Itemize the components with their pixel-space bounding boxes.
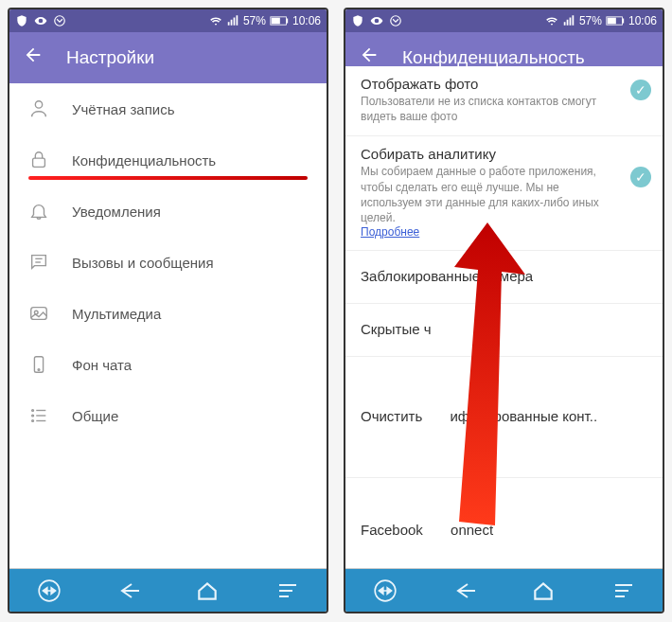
svg-point-0 — [55, 16, 65, 27]
menu-item-calls[interactable]: Вызовы и сообщения — [9, 237, 327, 288]
signal-icon — [562, 14, 575, 27]
page-title: Настройки — [66, 47, 154, 68]
shield-icon — [351, 14, 364, 27]
privacy-item-photo[interactable]: Отображать фото Пользователи не из списк… — [345, 66, 663, 136]
svg-point-25 — [391, 16, 401, 27]
wifi-icon — [209, 14, 222, 27]
nav-bar — [9, 568, 327, 612]
svg-marker-31 — [379, 587, 382, 594]
lock-icon — [28, 150, 49, 170]
menu-label: Фон чата — [72, 357, 132, 373]
red-underline-annotation — [28, 176, 308, 180]
nav-back-icon[interactable] — [114, 576, 144, 606]
nav-back-icon[interactable] — [450, 576, 480, 606]
shield-icon — [15, 14, 28, 27]
menu-label: Учётная запись — [72, 101, 175, 117]
privacy-item-analytics[interactable]: Собирать аналитику Мы собираем данные о … — [345, 136, 663, 251]
eye-icon — [370, 14, 383, 27]
nav-home-icon[interactable] — [528, 576, 558, 606]
phone-right: 57% 10:06 Конфиденциальность Отображать … — [344, 8, 664, 613]
nav-bar — [345, 568, 663, 612]
app-bar: Настройки — [9, 32, 327, 83]
privacy-item-hidden[interactable]: Скрытые ч — [345, 304, 663, 357]
privacy-item-facebook[interactable]: Facebook onnect Нажмите я подключения к … — [345, 478, 663, 568]
circle-icon — [53, 14, 66, 27]
signal-icon — [226, 14, 239, 27]
item-title: Facebook onnect — [361, 522, 615, 538]
menu-item-background[interactable]: Фон чата — [9, 339, 327, 390]
settings-list: Учётная запись Конфиденциальность Уведом… — [9, 83, 327, 568]
wifi-icon — [545, 14, 558, 27]
phone-left: 57% 10:06 Настройки Учётная запись Конфи… — [8, 8, 328, 613]
checkmark-toggle-icon[interactable]: ✓ — [630, 167, 651, 187]
checkmark-toggle-icon[interactable]: ✓ — [630, 80, 651, 100]
phone-frame-icon — [28, 354, 49, 375]
menu-item-general[interactable]: Общие — [9, 390, 327, 441]
clock-time: 10:06 — [628, 14, 657, 27]
svg-point-14 — [32, 415, 34, 417]
media-icon — [28, 303, 49, 324]
bell-icon — [28, 201, 49, 222]
svg-marker-20 — [51, 587, 55, 594]
back-arrow-icon[interactable] — [23, 44, 44, 71]
item-title: Собирать аналитику — [361, 146, 615, 162]
nav-home-icon[interactable] — [192, 576, 222, 606]
menu-label: Уведомления — [72, 204, 161, 220]
menu-item-privacy[interactable]: Конфиденциальность — [9, 134, 327, 186]
menu-item-notifications[interactable]: Уведомления — [9, 186, 327, 237]
svg-rect-5 — [33, 158, 45, 167]
eye-icon — [34, 14, 47, 27]
item-sub: Пользователи не из списка контактов смог… — [361, 94, 615, 124]
svg-point-16 — [32, 420, 34, 422]
privacy-item-blocked[interactable]: Заблокированные номера — [345, 251, 663, 304]
svg-rect-28 — [608, 18, 616, 25]
privacy-item-clear[interactable]: Очистить ифицированные конт.. — [345, 357, 663, 478]
menu-label: Мультимедиа — [72, 306, 161, 322]
svg-point-11 — [38, 369, 40, 371]
menu-label: Конфиденциальность — [72, 152, 216, 169]
item-title: Скрытые ч — [361, 321, 615, 337]
nav-recent-icon[interactable] — [272, 576, 302, 606]
battery-icon — [606, 15, 625, 27]
chat-icon — [28, 252, 49, 273]
teamviewer-icon[interactable] — [370, 576, 400, 606]
person-icon — [28, 98, 49, 119]
svg-rect-3 — [272, 18, 280, 25]
svg-rect-2 — [286, 19, 288, 24]
circle-icon — [389, 14, 402, 27]
battery-icon — [270, 15, 289, 27]
clock-time: 10:06 — [292, 14, 321, 27]
nav-recent-icon[interactable] — [608, 576, 638, 606]
svg-point-12 — [32, 410, 34, 412]
svg-rect-27 — [622, 19, 624, 24]
battery-percent: 57% — [243, 14, 266, 27]
item-title: Заблокированные номера — [361, 268, 615, 284]
list-icon — [28, 405, 49, 426]
page-title: Конфиденциальность — [402, 47, 585, 68]
menu-label: Общие — [72, 408, 118, 424]
item-sub: Мы собираем данные о работе приложения, … — [361, 164, 615, 225]
battery-percent: 57% — [579, 14, 602, 27]
menu-item-account[interactable]: Учётная запись — [9, 83, 327, 134]
item-title: Очистить ифицированные конт.. — [361, 408, 615, 424]
more-link[interactable]: Подробнее — [361, 225, 615, 239]
privacy-list: Отображать фото Пользователи не из списк… — [345, 66, 663, 568]
status-bar: 57% 10:06 — [345, 9, 663, 32]
menu-item-media[interactable]: Мультимедиа — [9, 288, 327, 339]
svg-point-4 — [35, 101, 42, 108]
svg-marker-32 — [387, 587, 391, 594]
teamviewer-icon[interactable] — [34, 576, 64, 606]
menu-label: Вызовы и сообщения — [72, 255, 214, 271]
status-bar: 57% 10:06 — [9, 9, 327, 32]
item-title: Отображать фото — [361, 76, 615, 92]
svg-marker-19 — [43, 587, 46, 594]
